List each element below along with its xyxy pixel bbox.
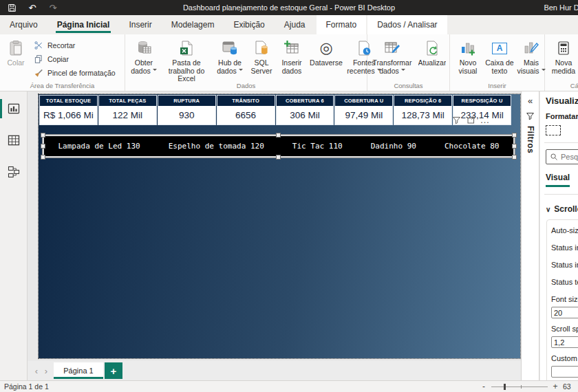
kpi-card-ruptura[interactable]: RUPTURA 930 xyxy=(158,96,215,124)
zoom-in-icon[interactable]: + xyxy=(550,382,560,391)
kpi-card-transito[interactable]: TRÂNSITO 6656 xyxy=(217,96,275,124)
new-visual-label: Novo visual xyxy=(453,59,483,75)
kpi-card-total-pecas[interactable]: TOTAL PEÇAS 122 Mil xyxy=(99,96,156,124)
search-input[interactable] xyxy=(561,153,578,161)
refresh-icon xyxy=(424,39,440,57)
zoom-slider-thumb[interactable] xyxy=(504,384,506,390)
kpi-title: COBERTURA 6 xyxy=(277,96,334,106)
zoom-controls: - + 63 xyxy=(479,381,578,392)
kpi-card-cobertura-u[interactable]: COBERTURA U 97,49 Mil xyxy=(335,96,392,124)
transform-data-button[interactable]: Transformar dados xyxy=(370,38,414,75)
next-page-icon[interactable]: › xyxy=(41,367,51,375)
visual-placeholder-icon[interactable] xyxy=(546,125,561,135)
page-tab-label: Página 1 xyxy=(63,367,93,375)
tab-inserir[interactable]: Inserir xyxy=(119,15,161,34)
text-box-button[interactable]: A Caixa de texto xyxy=(483,38,516,75)
selection-handle[interactable] xyxy=(276,133,281,138)
ribbon: Colar Recortar Copiar xyxy=(0,34,578,91)
pane-divider xyxy=(544,194,578,195)
more-visuals-icon xyxy=(523,39,539,57)
format-painter-button[interactable]: Pincel de formatação xyxy=(33,67,116,78)
data-hub-button[interactable]: Hub de dados xyxy=(213,38,246,75)
save-icon[interactable] xyxy=(7,3,17,12)
selection-handle[interactable] xyxy=(276,155,281,160)
new-measure-button[interactable]: Nova medida xyxy=(548,38,578,75)
scroller-section-header[interactable]: ∨ Scroller xyxy=(546,204,578,214)
custom-text-input[interactable] xyxy=(551,366,578,378)
kpi-value: 6656 xyxy=(217,106,275,124)
font-size-input[interactable] xyxy=(551,307,578,318)
ticker-item: Chocolate 80 xyxy=(445,142,499,151)
selection-handle[interactable] xyxy=(41,155,45,160)
ribbon-group-insert: Novo visual A Caixa de texto Mais visuai… xyxy=(450,34,545,91)
zoom-slider[interactable] xyxy=(491,386,548,387)
setting-status-text[interactable]: Status tex xyxy=(551,278,578,286)
data-view-button[interactable] xyxy=(0,129,28,152)
format-search-box[interactable] xyxy=(546,149,578,164)
add-page-button[interactable]: + xyxy=(105,362,122,379)
kpi-card-cobertura-6[interactable]: COBERTURA 6 306 Mil xyxy=(277,96,334,124)
kpi-card-total-estoque[interactable]: TOTAL ESTOQUE R$ 1,066 Mi xyxy=(40,96,97,124)
prev-page-icon[interactable]: ‹ xyxy=(32,367,41,375)
excel-workbook-button[interactable]: Pasta de trabalho do Excel xyxy=(160,38,213,83)
selection-handle[interactable] xyxy=(512,133,517,138)
new-measure-label: Nova medida xyxy=(548,59,578,75)
setting-status-indicator-1[interactable]: Status ind xyxy=(551,243,578,252)
copy-button[interactable]: Copiar xyxy=(33,54,116,65)
expand-filters-icon[interactable]: « xyxy=(528,96,533,106)
undo-icon[interactable]: ↶ xyxy=(28,3,37,12)
tab-pagina-inicial[interactable]: Página Inicial xyxy=(47,15,120,34)
enter-data-button[interactable]: Inserir dados xyxy=(277,38,307,75)
filters-pane-title[interactable]: Filtros xyxy=(526,126,535,153)
get-data-button[interactable]: Obter dados xyxy=(128,38,160,75)
tab-modelagem[interactable]: Modelagem xyxy=(162,15,224,34)
tab-ajuda[interactable]: Ajuda xyxy=(275,15,315,34)
report-page[interactable]: TOTAL ESTOQUE R$ 1,066 Mi TOTAL PEÇAS 12… xyxy=(39,94,520,358)
dataverse-button[interactable]: ◎ Dataverse xyxy=(307,38,345,67)
get-data-label: Obter dados xyxy=(128,59,160,75)
format-painter-label: Pincel de formatação xyxy=(47,69,116,77)
selection-handle[interactable] xyxy=(41,133,45,138)
ticker-item: Tic Tac 110 xyxy=(292,142,343,151)
scroller-section-title: Scroller xyxy=(554,204,578,214)
scroll-speed-input[interactable] xyxy=(551,336,578,348)
filter-icon xyxy=(526,111,535,120)
setting-status-indicator-2[interactable]: Status ind xyxy=(551,261,578,269)
kpi-card-row: TOTAL ESTOQUE R$ 1,066 Mi TOTAL PEÇAS 12… xyxy=(40,96,511,124)
status-bar: Página 1 de 1 - + 63 xyxy=(0,380,578,392)
sql-server-button[interactable]: SQL Server xyxy=(246,38,277,75)
zoom-out-icon[interactable]: - xyxy=(479,382,489,391)
selection-handle[interactable] xyxy=(512,144,517,149)
tab-dados-analisar[interactable]: Dados / Analisar xyxy=(367,15,447,34)
excel-icon xyxy=(178,39,195,57)
ribbon-group-queries: Transformar dados Atualizar Consultas xyxy=(367,34,450,91)
refresh-button[interactable]: Atualizar xyxy=(414,38,450,67)
kpi-title: TOTAL PEÇAS xyxy=(99,96,156,106)
selection-handle[interactable] xyxy=(41,144,45,149)
new-visual-button[interactable]: Novo visual xyxy=(453,38,483,75)
more-visuals-button[interactable]: Mais visuais xyxy=(516,38,546,75)
tab-visual[interactable]: Visual xyxy=(546,173,570,187)
kpi-card-reposicao-6[interactable]: REPOSIÇÃO 6 128,73 Mil xyxy=(394,96,451,124)
paste-label: Colar xyxy=(7,59,24,67)
report-view-button[interactable] xyxy=(0,97,28,120)
report-view-icon xyxy=(7,102,21,116)
ticker-item: Lampada de Led 130 xyxy=(58,142,140,151)
copy-label: Copiar xyxy=(47,55,69,63)
filters-pane-collapsed: « Filtros xyxy=(521,91,539,380)
ticker-item: Dadinho 90 xyxy=(371,142,416,151)
selection-handle[interactable] xyxy=(512,155,517,160)
focus-mode-icon[interactable] xyxy=(466,115,475,124)
setting-auto-size[interactable]: Auto-size xyxy=(551,226,578,235)
more-options-icon[interactable]: … xyxy=(480,115,490,124)
cut-button[interactable]: Recortar xyxy=(33,40,116,51)
account-name[interactable]: Ben Hur Den xyxy=(544,3,578,12)
model-view-button[interactable] xyxy=(0,160,28,184)
page-tab-pagina-1[interactable]: Página 1 xyxy=(54,362,103,379)
tab-exibicao[interactable]: Exibição xyxy=(224,15,274,34)
filter-hover-icon[interactable] xyxy=(451,115,461,124)
cut-icon xyxy=(33,40,44,51)
scroller-visual[interactable]: Lampada de Led 130 Espelho de tomada 120… xyxy=(43,135,515,157)
tab-arquivo[interactable]: Arquivo xyxy=(0,15,47,34)
tab-formato[interactable]: Formato xyxy=(317,15,367,34)
